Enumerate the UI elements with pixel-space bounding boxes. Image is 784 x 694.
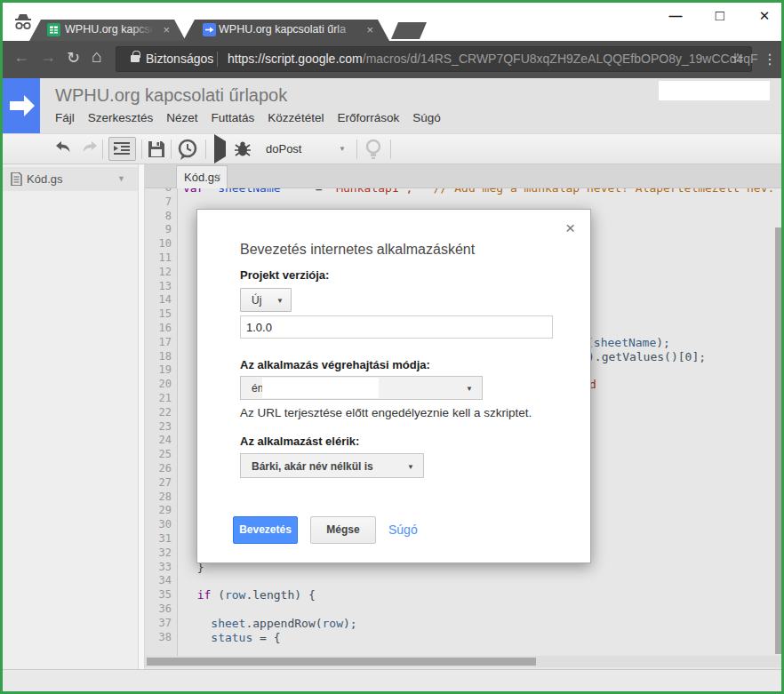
menu-item-3[interactable]: Futtatás (212, 111, 255, 124)
deploy-button[interactable]: Bevezetés (233, 516, 298, 544)
line-number: 26 (159, 462, 172, 475)
line-number: 35 (159, 588, 172, 601)
apps-script-logo (3, 78, 40, 133)
browser-tab-1[interactable]: WPHU.org kapcsolati űrla × (29, 20, 186, 41)
run-icon[interactable] (214, 141, 226, 157)
version-input[interactable] (240, 315, 553, 339)
redaction-box (262, 378, 379, 398)
sidebar-item-code-gs[interactable]: Kód.gs ▼ (3, 167, 138, 191)
function-select-value: doPost (259, 142, 301, 156)
window-maximize-button[interactable]: □ (705, 4, 735, 28)
file-name: Kód.gs (27, 172, 62, 186)
hints-lightbulb-icon[interactable] (364, 139, 383, 164)
line-number: 17 (159, 336, 172, 348)
tab-title-fade (131, 20, 154, 41)
code-line-37: sheet.appendRow(row); (183, 617, 357, 630)
line-number: 27 (159, 476, 172, 489)
forward-icon[interactable]: → (40, 48, 56, 67)
save-icon[interactable] (148, 140, 165, 162)
menu-item-5[interactable]: Erőforrások (337, 111, 399, 124)
back-icon[interactable]: ← (13, 48, 29, 67)
account-area-blank (659, 81, 770, 100)
home-icon[interactable]: ⌂ (92, 46, 102, 67)
line-number: 9 (165, 223, 172, 235)
window-minimize-button[interactable]: — (660, 4, 691, 28)
url-path: /macros/d/14RS_CRWP7QFU8xqZH9ZeALQQEfbOP… (363, 52, 758, 66)
undo-icon[interactable] (53, 139, 73, 160)
file-document-icon (11, 172, 22, 189)
line-number: 19 (159, 363, 172, 376)
version-select-value: Új (252, 294, 261, 307)
menu-item-6[interactable]: Súgó (412, 111, 441, 124)
debug-bug-icon[interactable] (233, 140, 252, 163)
horizontal-scrollbar-thumb[interactable] (147, 658, 536, 666)
line-number: 7 (165, 195, 172, 208)
sidebar-resize-divider[interactable] (138, 164, 145, 669)
tab-close-icon[interactable]: × (163, 23, 170, 36)
vertical-scrollbar-thumb[interactable] (775, 227, 781, 654)
url-separator (217, 52, 218, 67)
chevron-down-icon: ▼ (276, 297, 284, 305)
redo-icon (80, 139, 100, 160)
menu-item-4[interactable]: Közzététel (268, 111, 324, 124)
editor-tab-close-icon[interactable]: × (215, 171, 221, 183)
line-number: 13 (159, 280, 172, 292)
access-select-value: Bárki, akár név nélkül is (252, 460, 373, 473)
line-number: 31 (159, 532, 172, 545)
history-clock-icon[interactable] (177, 139, 198, 164)
line-number: 22 (159, 406, 172, 419)
horizontal-scrollbar[interactable] (145, 656, 781, 667)
browser-menu-kebab-icon[interactable]: ⋮ (763, 51, 777, 68)
address-bar[interactable]: Biztonságos https://script.google.com/ma… (116, 46, 752, 72)
line-number: 25 (159, 448, 172, 460)
editor-tab-code-gs[interactable]: Kód.gs × (176, 165, 228, 188)
reload-icon[interactable]: ↻ (67, 48, 80, 68)
cancel-button[interactable]: Mégse (310, 516, 376, 544)
line-number: 24 (159, 434, 172, 446)
menu-item-1[interactable]: Szerkesztés (88, 111, 154, 124)
access-select[interactable]: Bárki, akár név nélkül is ▼ (240, 453, 424, 478)
line-number: 33 (159, 561, 172, 573)
tab-close-icon[interactable]: × (366, 23, 373, 36)
code-line-38: status = { (183, 631, 281, 644)
chevron-down-icon: ▼ (466, 385, 473, 393)
bookmark-star-icon[interactable]: ☆ (732, 50, 744, 67)
line-number: 10 (159, 237, 172, 250)
exec-mode-select[interactable]: én ▼ (240, 376, 483, 400)
function-select[interactable]: doPost ▼ (259, 137, 351, 161)
apps-script-favicon (203, 23, 216, 39)
chevron-down-icon[interactable]: ▼ (117, 174, 125, 183)
browser-tab-2-active[interactable]: WPHU.org kapcsolati űrla × (183, 20, 389, 41)
access-label: Az alkalmazást elérik: (240, 435, 359, 448)
code-line-18: ).getValues()[0]; (588, 350, 706, 363)
line-number: 37 (159, 617, 172, 629)
line-number: 8 (165, 210, 172, 222)
apps-script-header: WPHU.org kapcsolati űrlapok FájlSzerkesz… (3, 78, 781, 133)
secure-label: Biztonságos (146, 52, 213, 66)
menu-item-0[interactable]: Fájl (55, 111, 75, 124)
help-link[interactable]: Súgó (388, 522, 418, 537)
url-origin: https://script.google.com (228, 52, 363, 66)
gutter: 6789101112131415161718192021222324252627… (145, 164, 178, 656)
menu-item-2[interactable]: Nézet (166, 111, 197, 124)
line-number: 32 (159, 546, 172, 559)
line-number: 36 (159, 602, 172, 615)
window-close-button[interactable]: ✕ (749, 4, 780, 28)
incognito-icon (12, 13, 34, 35)
code-line-35: if (row.length) { (183, 588, 316, 602)
dialog-close-icon[interactable]: × (565, 219, 575, 238)
chrome-window: WPHU.org kapcsolati űrla × WPHU.org kapc… (3, 3, 781, 691)
code-line-17: (sheetName); (587, 336, 670, 349)
tab-title-fade (334, 20, 357, 41)
secure-lock-icon (131, 55, 140, 62)
line-number: 34 (159, 574, 172, 586)
line-number: 15 (159, 307, 172, 320)
line-number: 30 (159, 518, 172, 530)
indent-button[interactable] (108, 137, 136, 161)
chevron-down-icon: ▼ (407, 463, 414, 471)
new-tab-button[interactable] (391, 22, 427, 39)
version-select[interactable]: Új ▼ (240, 288, 292, 312)
script-toolbar: doPost ▼ (3, 133, 781, 164)
line-number: 11 (159, 251, 172, 264)
browser-titlebar: WPHU.org kapcsolati űrla × WPHU.org kapc… (3, 3, 781, 41)
